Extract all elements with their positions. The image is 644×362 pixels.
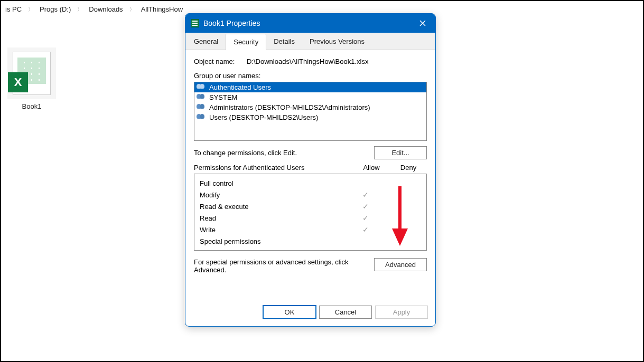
allow-check [347,214,384,222]
tab-general[interactable]: General [186,34,226,50]
close-icon [419,20,426,26]
permission-label: Full control [200,179,347,187]
advanced-hint: For special permissions or advanced sett… [194,258,368,274]
chevron-right-icon: 〉 [127,6,137,13]
list-item-label: Users (DESKTOP-MHILDS2\Users) [209,113,318,121]
excel-file-icon: X [7,47,56,99]
permissions-listbox[interactable]: Full control Modify Read & execute Read [194,174,427,251]
permission-label: Write [200,226,347,234]
file-name-label: Book1 [5,102,58,110]
permission-row: Read & execute [200,201,421,212]
list-item-label: Administrators (DESKTOP-MHILDS2\Administ… [209,103,370,111]
breadcrumb-item[interactable]: is PC [3,5,24,13]
excel-icon [191,19,199,27]
breadcrumb-item[interactable]: AllThingsHow [139,5,185,13]
cancel-button[interactable]: Cancel [319,306,372,319]
allow-check [347,225,384,234]
tab-previous-versions[interactable]: Previous Versions [302,34,372,50]
dialog-titlebar[interactable]: Book1 Properties [185,14,435,33]
file-item[interactable]: X Book1 [5,47,58,110]
object-name-value: D:\Downloads\AllThingsHow\Book1.xlsx [247,58,427,65]
permissions-header-label: Permissions for Authenticated Users [194,164,353,172]
list-item-label: SYSTEM [209,93,237,101]
list-item[interactable]: SYSTEM [194,92,426,102]
list-item[interactable]: Authenticated Users [194,82,426,92]
dialog-title: Book1 Properties [203,19,415,27]
chevron-right-icon: 〉 [75,6,85,13]
properties-dialog: Book1 Properties General Security Detail… [185,13,436,327]
allow-check [347,190,384,199]
permission-row: Modify [200,189,421,201]
allow-column-header: Allow [353,164,390,172]
deny-column-header: Deny [390,164,427,172]
users-icon [197,84,206,91]
list-item[interactable]: Users (DESKTOP-MHILDS2\Users) [194,112,426,122]
users-icon [197,114,206,121]
tab-strip: General Security Details Previous Versio… [185,33,435,50]
close-button[interactable] [415,17,430,30]
permission-label: Read & execute [200,203,347,211]
tab-details[interactable]: Details [266,34,302,50]
list-item-label: Authenticated Users [209,83,271,91]
allow-check [347,202,384,211]
tab-security[interactable]: Security [226,34,266,50]
permission-label: Modify [200,191,347,199]
permission-row: Write [200,224,421,235]
dialog-footer: OK Cancel Apply [185,300,435,326]
users-icon [197,94,206,101]
apply-button[interactable]: Apply [375,306,428,319]
user-listbox[interactable]: Authenticated Users SYSTEM Administrator… [194,82,427,141]
chevron-right-icon: 〉 [26,6,35,13]
permission-row: Special permissions [200,235,421,247]
permission-label: Special permissions [200,237,347,245]
permission-row: Full control [200,177,421,189]
group-names-label: Group or user names: [194,72,427,80]
permission-label: Read [200,214,347,222]
permission-row: Read [200,212,421,224]
ok-button[interactable]: OK [263,306,316,319]
breadcrumb-item[interactable]: Progs (D:) [38,5,73,13]
edit-hint: To change permissions, click Edit. [194,149,374,157]
advanced-button[interactable]: Advanced [374,258,427,271]
edit-button[interactable]: Edit... [374,146,427,159]
list-item[interactable]: Administrators (DESKTOP-MHILDS2\Administ… [194,102,426,112]
breadcrumb-item[interactable]: Downloads [87,5,125,13]
users-icon [197,104,206,111]
object-name-label: Object name: [194,58,247,65]
